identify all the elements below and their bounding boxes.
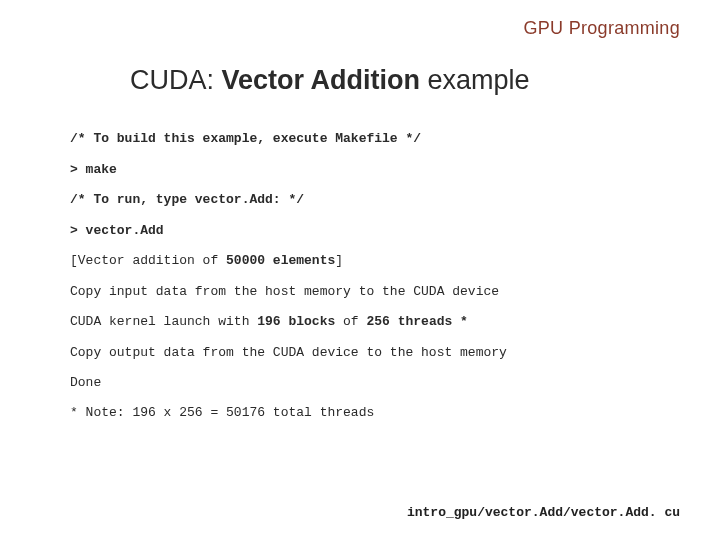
kernel-mid: of <box>335 314 366 329</box>
slide-title: CUDA: Vector Addition example <box>130 65 680 96</box>
slide: GPU Programming CUDA: Vector Addition ex… <box>0 0 720 540</box>
comment-build: /* To build this example, execute Makefi… <box>70 130 680 148</box>
slide-header: GPU Programming <box>60 18 680 39</box>
output-done: Done <box>70 374 680 392</box>
kernel-threads: 256 threads * <box>366 314 467 329</box>
output-header-post: ] <box>335 253 343 268</box>
code-body: /* To build this example, execute Makefi… <box>60 130 680 392</box>
output-copy-in: Copy input data from the host memory to … <box>70 283 680 301</box>
title-bold: Vector Addition <box>222 65 421 95</box>
title-pre: CUDA: <box>130 65 222 95</box>
cmd-make: > make <box>70 161 680 179</box>
comment-run: /* To run, type vector.Add: */ <box>70 191 680 209</box>
kernel-blocks: 196 blocks <box>257 314 335 329</box>
output-header: [Vector addition of 50000 elements] <box>70 252 680 270</box>
cmd-vectoradd: > vector.Add <box>70 222 680 240</box>
footnote: * Note: 196 x 256 = 50176 total threads <box>60 405 680 420</box>
source-path: intro_gpu/vector.Add/vector.Add. cu <box>407 505 680 520</box>
output-kernel: CUDA kernel launch with 196 blocks of 25… <box>70 313 680 331</box>
output-header-pre: [Vector addition of <box>70 253 226 268</box>
kernel-pre: CUDA kernel launch with <box>70 314 257 329</box>
output-copy-out: Copy output data from the CUDA device to… <box>70 344 680 362</box>
output-elements-count: 50000 elements <box>226 253 335 268</box>
title-post: example <box>420 65 530 95</box>
